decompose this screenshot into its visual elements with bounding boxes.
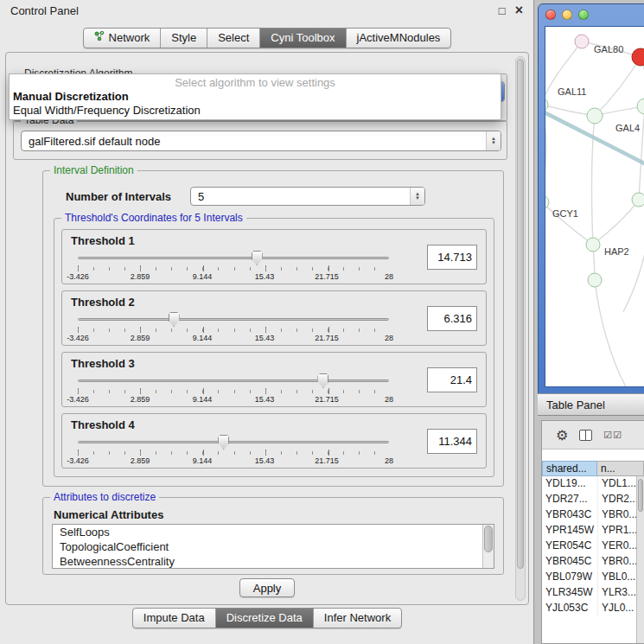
slider-track[interactable] — [78, 379, 389, 382]
tab-infer-network[interactable]: Infer Network — [313, 609, 401, 628]
list-scrollbar[interactable] — [482, 525, 494, 568]
node-gal80[interactable] — [575, 35, 589, 48]
combo-arrows-icon[interactable]: ▲▼ — [486, 131, 501, 150]
list-item[interactable]: SelfLoops — [53, 525, 494, 539]
table-row[interactable]: YDR27...YDR2... — [542, 492, 636, 507]
threshold-slider[interactable] — [78, 372, 389, 387]
slider-thumb[interactable] — [169, 312, 180, 327]
minimize-traffic-icon[interactable] — [562, 10, 572, 20]
node-gal11[interactable] — [545, 98, 548, 112]
table-data-group: Table Data galFiltered.sif default node … — [13, 120, 507, 160]
threshold-slider[interactable] — [78, 249, 389, 265]
table-row[interactable]: YDL19...YDL1... — [542, 476, 636, 492]
threshold-panel: Threshold 1 -3.426 2.859 9.144 15.43 21.… — [61, 229, 487, 284]
number-of-intervals-combobox[interactable]: 5 ▲▼ — [190, 187, 425, 206]
node[interactable] — [637, 99, 644, 114]
slider-thumb[interactable] — [317, 373, 328, 388]
group-title: Interval Definition — [50, 164, 137, 176]
threshold-panel: Threshold 3 -3.426 2.859 9.144 15.43 21.… — [61, 352, 487, 407]
dropdown-option-equal-width-frequency[interactable]: Equal Width/Frequency Discretization — [10, 104, 501, 118]
threshold-value-field[interactable]: 14.713 — [427, 245, 477, 270]
window-traffic-lights — [545, 10, 589, 20]
table-row[interactable]: YBR043CYBR0... — [542, 507, 636, 523]
panel-scrollbar[interactable] — [515, 56, 526, 601]
slider-track[interactable] — [78, 318, 389, 321]
scrollbar-thumb[interactable] — [638, 479, 643, 512]
tick-label: 2.859 — [131, 456, 150, 465]
threshold-label: Threshold 4 — [71, 418, 135, 431]
apply-button[interactable]: Apply — [239, 578, 295, 597]
node[interactable] — [632, 193, 644, 207]
gear-icon[interactable]: ⚙ — [556, 427, 568, 443]
tick-label: 28 — [385, 334, 393, 342]
slider-track[interactable] — [78, 441, 389, 443]
node-selected-red[interactable] — [632, 48, 644, 66]
tick-label: 28 — [385, 272, 393, 281]
threshold-value-field[interactable]: 6.316 — [427, 306, 477, 331]
threshold-panel: Threshold 4 -3.426 2.859 9.144 15.43 21.… — [61, 413, 487, 469]
network-icon — [94, 29, 105, 48]
columns-icon[interactable] — [579, 430, 592, 441]
tab-select[interactable]: Select — [207, 29, 259, 48]
slider-thumb[interactable] — [218, 435, 229, 450]
combo-arrows-icon[interactable]: ▲▼ — [410, 188, 424, 205]
tab-jactivemnodules[interactable]: jActiveMNodules — [346, 29, 451, 48]
list-item[interactable]: BetweennessCentrality — [53, 554, 494, 569]
attributes-group: Attributes to discretize Numerical Attri… — [42, 497, 504, 575]
tick-label: 2.859 — [131, 395, 150, 404]
float-window-icon[interactable]: □ — [499, 4, 506, 17]
threshold-slider[interactable] — [78, 310, 389, 326]
table-row[interactable]: YLR345WYLR3... — [542, 585, 636, 601]
column-header-shared-name[interactable]: shared... — [542, 461, 597, 476]
node-hap2[interactable] — [586, 238, 600, 252]
table-filter-row — [542, 449, 644, 461]
node-gcy1[interactable] — [545, 195, 549, 209]
tick-label: -3.426 — [67, 272, 89, 281]
tab-cyni-toolbox[interactable]: Cyni Toolbox — [259, 29, 345, 48]
group-title: Threshold's Coordinates for 5 Intervals — [61, 212, 246, 224]
table-row[interactable]: YER054CYER0... — [542, 539, 636, 554]
threshold-slider[interactable] — [78, 433, 389, 449]
tick-label: 21.715 — [315, 456, 339, 465]
node[interactable] — [587, 108, 603, 124]
threshold-value-field[interactable]: 11.344 — [427, 429, 477, 454]
column-header-name[interactable]: n... — [597, 461, 644, 476]
close-window-icon[interactable]: × — [515, 4, 523, 16]
network-view-window: GAL80 GAL11 GAL4 GCY1 HAP2 — [538, 3, 644, 394]
scrollbar-thumb[interactable] — [484, 526, 493, 552]
control-panel-window: Control Panel □ × — [0, 0, 534, 644]
scrollbar-thumb[interactable] — [517, 59, 524, 569]
table-data-value: galFiltered.sif default node — [22, 135, 486, 148]
select-columns-icons[interactable]: ☑☑ — [603, 430, 622, 441]
node[interactable] — [588, 273, 602, 287]
slider-ticks — [78, 388, 390, 394]
tab-label: Network — [109, 29, 150, 48]
threshold-value-field[interactable]: 21.4 — [427, 367, 477, 392]
threshold-panel: Threshold 2 -3.426 2.859 9.144 15.43 21.… — [61, 290, 487, 346]
close-traffic-icon[interactable] — [545, 10, 556, 20]
tick-label: 2.859 — [131, 272, 150, 281]
tab-network[interactable]: Network — [84, 29, 161, 48]
numerical-attributes-label: Numerical Attributes — [54, 508, 163, 521]
tick-label: 21.715 — [315, 334, 339, 342]
cyni-bottom-tabbar: Impute Data Discretize Data Infer Networ… — [0, 608, 534, 628]
network-canvas[interactable]: GAL80 GAL11 GAL4 GCY1 HAP2 — [545, 26, 644, 387]
table-row[interactable]: YPR145WYPR1... — [542, 523, 636, 539]
list-item[interactable]: TopologicalCoefficient — [53, 539, 494, 554]
thresholds-group: Threshold's Coordinates for 5 Intervals … — [54, 218, 494, 477]
table-data-combobox[interactable]: galFiltered.sif default node ▲▼ — [21, 131, 501, 151]
tick-label: 2.859 — [131, 334, 150, 342]
slider-thumb[interactable] — [252, 251, 263, 265]
table-row[interactable]: YJL053CYJL0... — [542, 601, 636, 616]
table-scrollbar[interactable] — [636, 476, 644, 643]
tab-discretize-data[interactable]: Discretize Data — [215, 609, 313, 628]
table-row[interactable]: YBR045CYBR0... — [542, 554, 636, 570]
tab-style[interactable]: Style — [160, 29, 207, 48]
dropdown-option-manual-discretization[interactable]: Manual Discretization — [10, 90, 501, 104]
node-label: GAL4 — [615, 123, 640, 133]
network-graph: GAL80 GAL11 GAL4 GCY1 HAP2 — [545, 27, 644, 387]
tab-impute-data[interactable]: Impute Data — [133, 609, 215, 628]
slider-track[interactable] — [78, 257, 389, 259]
zoom-traffic-icon[interactable] — [578, 10, 589, 20]
table-row[interactable]: YBL079WYBL0... — [542, 570, 636, 585]
